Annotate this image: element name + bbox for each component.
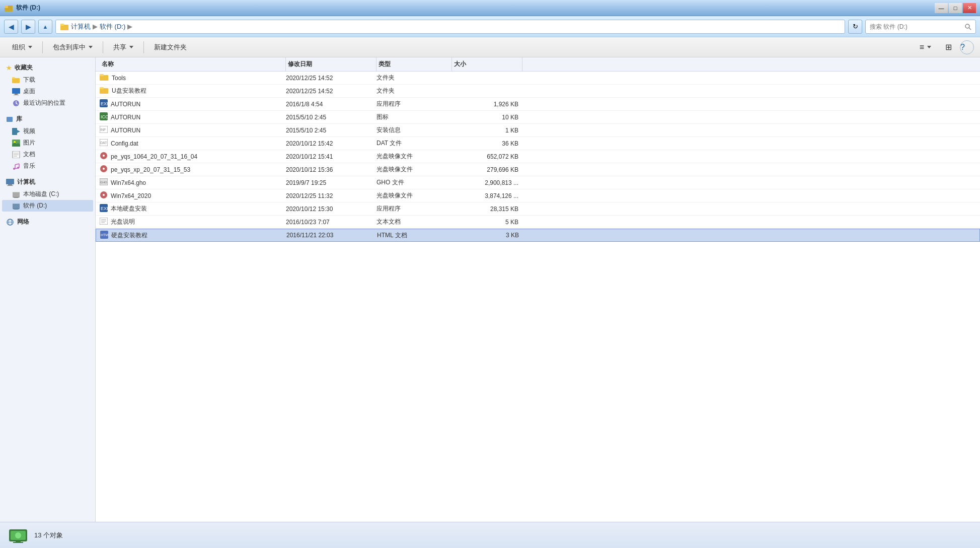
table-row[interactable]: pe_yqs_xp_20_07_31_15_53 2020/10/12 15:3… — [96, 163, 980, 176]
toolbar-separator-1 — [42, 41, 43, 53]
up-button[interactable]: ▲ — [38, 20, 52, 34]
file-icon-12: HTML — [100, 231, 108, 240]
svg-point-52 — [103, 155, 105, 157]
sidebar-library-group: 库 视频 图片 文档 — [2, 113, 93, 172]
file-icon-5: DAT — [100, 139, 108, 148]
file-name: Tools — [112, 75, 126, 82]
close-button[interactable]: ✕ — [963, 3, 976, 13]
table-row[interactable]: HTML 硬盘安装教程 2016/11/21 22:03 HTML 文档 3 K… — [96, 229, 980, 242]
svg-rect-27 — [6, 179, 14, 184]
file-type: 安装信息 — [376, 126, 452, 134]
table-row[interactable]: 光盘说明 2016/10/23 7:07 文本文档 5 KB — [96, 216, 980, 229]
sidebar-item-desktop[interactable]: 桌面 — [2, 86, 93, 97]
file-type: DAT 文件 — [376, 139, 452, 148]
file-type: 应用程序 — [376, 100, 452, 108]
sidebar-item-music[interactable]: 音乐 — [2, 160, 93, 172]
file-type: 文件夹 — [376, 87, 452, 95]
refresh-button[interactable]: ↻ — [848, 20, 862, 34]
table-row[interactable]: INF AUTORUN 2015/5/10 2:45 安装信息 1 KB — [96, 124, 980, 137]
toolbar-separator-3 — [143, 41, 144, 53]
file-type: 文件夹 — [376, 74, 452, 82]
sidebar-item-video[interactable]: 视频 — [2, 125, 93, 137]
file-name: Win7x64.gho — [111, 179, 146, 186]
table-row[interactable]: EXE AUTORUN 2016/1/8 4:54 应用程序 1,926 KB — [96, 98, 980, 111]
file-type: 图标 — [376, 113, 452, 121]
organize-button[interactable]: 组织 — [6, 39, 38, 55]
library-dropdown-icon — [89, 46, 93, 48]
sidebar-item-images[interactable]: 图片 — [2, 137, 93, 149]
help-button[interactable]: ? — [960, 40, 974, 54]
table-row[interactable]: EXE 本地硬盘安装 2020/10/12 15:30 应用程序 28,315 … — [96, 202, 980, 216]
file-type: 文本文档 — [376, 218, 452, 226]
table-row[interactable]: ICO AUTORUN 2015/5/10 2:45 图标 10 KB — [96, 111, 980, 124]
table-row[interactable]: Win7x64_2020 2020/12/25 11:32 光盘映像文件 3,8… — [96, 189, 980, 202]
view-button[interactable]: ≡ — [914, 39, 937, 55]
sidebar-network-header[interactable]: 网络 — [2, 216, 93, 228]
share-dropdown-icon — [129, 46, 133, 48]
file-icon-11 — [100, 218, 108, 226]
file-size: 3 KB — [453, 232, 523, 239]
include-library-button[interactable]: 包含到库中 — [47, 39, 99, 55]
forward-button[interactable]: ▶ — [21, 20, 35, 34]
sidebar-library-header[interactable]: 库 — [2, 113, 93, 125]
images-icon — [12, 139, 20, 147]
folder-icon — [60, 22, 69, 31]
file-date: 2016/1/8 4:54 — [286, 101, 376, 108]
svg-point-54 — [103, 168, 105, 170]
toolbar: 组织 包含到库中 共享 新建文件夹 ≡ ⊞ ? — [0, 37, 980, 57]
col-header-type[interactable]: 类型 — [376, 57, 452, 71]
file-name: 光盘说明 — [111, 218, 135, 226]
file-size: 279,696 KB — [452, 166, 522, 173]
svg-point-69 — [15, 532, 21, 538]
status-bar: 13 个对象 — [0, 522, 980, 548]
back-button[interactable]: ◀ — [4, 20, 18, 34]
search-box[interactable] — [865, 20, 976, 34]
col-header-name[interactable]: 名称 — [100, 57, 286, 71]
svg-point-58 — [103, 194, 105, 196]
view-dropdown-icon — [927, 46, 931, 48]
table-row[interactable]: DAT Config.dat 2020/10/12 15:42 DAT 文件 3… — [96, 137, 980, 150]
file-name: 硬盘安装教程 — [111, 231, 147, 240]
maximize-button[interactable]: □ — [949, 3, 962, 13]
table-row[interactable]: U盘安装教程 2020/12/25 14:52 文件夹 — [96, 85, 980, 98]
file-size: 1,926 KB — [452, 101, 522, 108]
file-date: 2020/10/12 15:41 — [286, 153, 376, 160]
sidebar-item-download[interactable]: 下载 — [2, 74, 93, 86]
file-size: 5 KB — [452, 219, 522, 226]
file-icon-10: EXE — [100, 204, 108, 214]
file-size: 652,072 KB — [452, 153, 522, 160]
svg-rect-70 — [16, 540, 21, 542]
recent-icon — [12, 99, 20, 107]
svg-text:INF: INF — [100, 128, 106, 131]
svg-line-5 — [969, 28, 971, 30]
sidebar-item-c-drive[interactable]: 本地磁盘 (C:) — [2, 188, 93, 200]
share-button[interactable]: 共享 — [107, 39, 139, 55]
svg-rect-32 — [13, 192, 20, 192]
search-icon — [964, 23, 971, 30]
sidebar-favorites-header[interactable]: ★ 收藏夹 — [2, 61, 93, 74]
file-icon-9 — [100, 191, 108, 200]
breadcrumb-drive[interactable]: 软件 (D:) — [100, 22, 125, 31]
file-icon-6 — [100, 152, 108, 161]
svg-line-26 — [15, 164, 19, 165]
sidebar-item-recent[interactable]: 最近访问的位置 — [2, 97, 93, 109]
search-input[interactable] — [870, 23, 962, 30]
file-name: AUTORUN — [111, 127, 140, 134]
docs-icon — [12, 151, 20, 159]
new-folder-button[interactable]: 新建文件夹 — [148, 39, 193, 55]
breadcrumb-computer[interactable]: 计算机 — [71, 22, 91, 31]
preview-button[interactable]: ⊞ — [939, 39, 958, 55]
minimize-button[interactable]: — — [935, 3, 948, 13]
table-row[interactable]: GHO Win7x64.gho 2019/9/7 19:25 GHO 文件 2,… — [96, 176, 980, 189]
svg-rect-40 — [100, 74, 104, 76]
svg-text:HTML: HTML — [101, 233, 108, 237]
table-row[interactable]: Tools 2020/12/25 14:52 文件夹 — [96, 72, 980, 85]
sidebar-computer-header[interactable]: 计算机 — [2, 176, 93, 188]
table-row[interactable]: pe_yqs_1064_20_07_31_16_04 2020/10/12 15… — [96, 150, 980, 163]
sidebar-item-d-drive[interactable]: 软件 (D:) — [2, 200, 93, 212]
svg-rect-3 — [60, 24, 64, 26]
col-header-date[interactable]: 修改日期 — [286, 57, 376, 71]
sidebar-item-docs[interactable]: 文档 — [2, 149, 93, 160]
col-header-size[interactable]: 大小 — [452, 57, 522, 71]
svg-rect-31 — [13, 192, 20, 197]
